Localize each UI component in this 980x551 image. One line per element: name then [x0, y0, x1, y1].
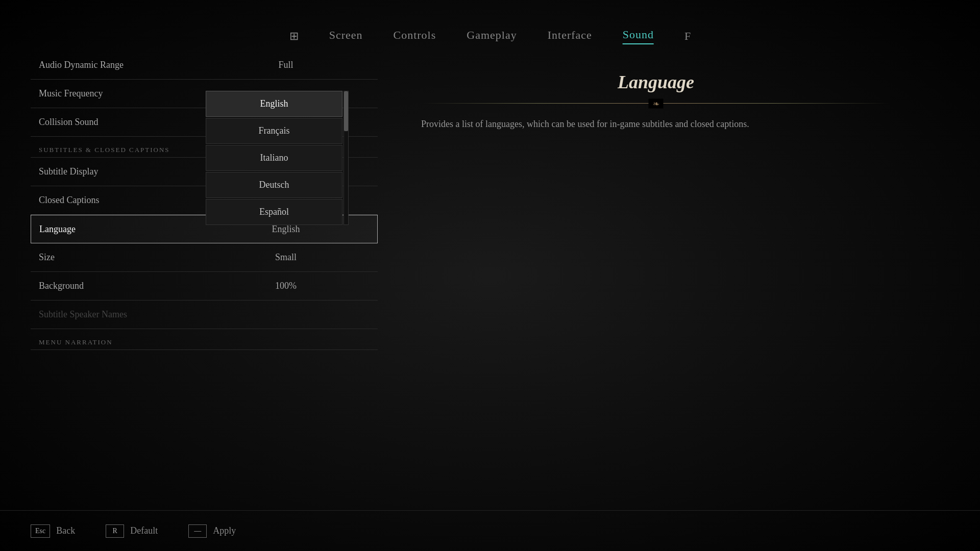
apply-label: Apply	[213, 525, 236, 536]
subtitle-speaker-names-label: Subtitle Speaker Names	[31, 309, 194, 320]
r-key-badge: R	[106, 524, 124, 538]
collision-sound-label: Collision Sound	[31, 117, 194, 128]
closed-captions-label: Closed Captions	[31, 195, 194, 206]
info-panel: Language Provides a list of languages, w…	[362, 51, 949, 510]
nav-icon-right[interactable]: F	[684, 30, 691, 43]
nav-item-interface[interactable]: Interface	[548, 29, 592, 44]
setting-row-subtitle-speaker-names: Subtitle Speaker Names	[31, 300, 378, 329]
back-action[interactable]: Esc Back	[31, 524, 75, 538]
size-value: Small	[194, 252, 378, 263]
default-action[interactable]: R Default	[106, 524, 158, 538]
dropdown-option-english[interactable]: English	[206, 91, 342, 117]
info-divider	[421, 103, 891, 104]
dropdown-option-espanol[interactable]: Español	[206, 199, 342, 225]
language-dropdown[interactable]: English Français Italiano Deutsch Españo…	[206, 91, 342, 226]
background-label: Background	[31, 281, 194, 291]
dropdown-option-francais[interactable]: Français	[206, 118, 342, 144]
audio-dynamic-range-label: Audio Dynamic Range	[31, 60, 194, 70]
setting-row-background[interactable]: Background 100%	[31, 272, 378, 300]
setting-row-audio-dynamic-range[interactable]: Audio Dynamic Range Full	[31, 51, 378, 80]
back-label: Back	[56, 525, 75, 536]
nav-item-controls[interactable]: Controls	[394, 29, 436, 44]
nav-item-sound[interactable]: Sound	[623, 28, 654, 44]
apply-key-badge: —	[188, 524, 207, 538]
bottom-action-bar: Esc Back R Default — Apply	[0, 510, 980, 551]
background-value: 100%	[194, 281, 378, 291]
audio-dynamic-range-value: Full	[194, 60, 378, 70]
top-navigation: ⊞ Screen Controls Gameplay Interface Sou…	[289, 28, 691, 44]
dropdown-option-italiano[interactable]: Italiano	[206, 145, 342, 171]
nav-item-screen[interactable]: Screen	[329, 29, 363, 44]
nav-icon-left[interactable]: ⊞	[289, 30, 299, 43]
language-label: Language	[31, 224, 194, 235]
subtitle-display-label: Subtitle Display	[31, 166, 194, 177]
info-title: Language	[618, 71, 694, 93]
menu-narration-section-header: MENU NARRATION	[31, 329, 378, 350]
esc-key-badge: Esc	[31, 524, 50, 538]
music-frequency-label: Music Frequency	[31, 88, 194, 99]
size-label: Size	[31, 252, 194, 263]
apply-action[interactable]: — Apply	[188, 524, 236, 538]
dropdown-option-deutsch[interactable]: Deutsch	[206, 172, 342, 198]
info-description: Provides a list of languages, which can …	[421, 117, 891, 132]
setting-row-size[interactable]: Size Small	[31, 243, 378, 272]
default-label: Default	[130, 525, 158, 536]
nav-item-gameplay[interactable]: Gameplay	[467, 29, 517, 44]
scrollbar-thumb	[344, 91, 348, 131]
dropdown-scrollbar[interactable]	[344, 91, 349, 225]
